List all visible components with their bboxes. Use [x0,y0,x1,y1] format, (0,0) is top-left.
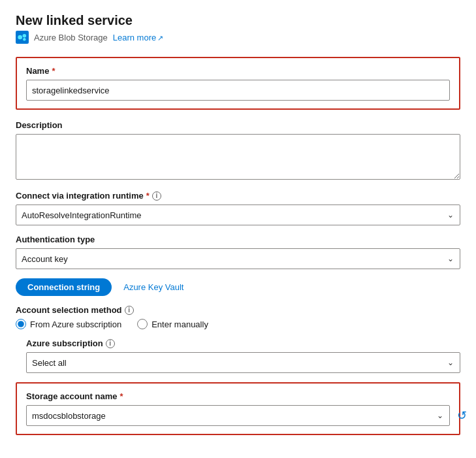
runtime-section: Connect via integration runtime * i Auto… [16,191,460,225]
svg-point-2 [23,34,27,38]
runtime-label: Connect via integration runtime * i [16,191,460,201]
svg-point-1 [18,35,22,40]
service-type-label: Azure Blob Storage [34,33,108,42]
enter-manually-option[interactable]: Enter manually [137,319,208,329]
enter-manually-label: Enter manually [151,319,208,329]
azure-subscription-dropdown-wrapper: Select all ⌄ [26,352,460,373]
storage-account-select[interactable]: msdocsblobstorage [26,405,450,426]
storage-account-dropdown-container: msdocsblobstorage ⌄ ↺ [26,405,450,426]
azure-blob-icon [16,31,29,44]
runtime-dropdown-wrapper: AutoResolveIntegrationRuntime ⌄ [16,204,460,225]
auth-section: Authentication type Account key ⌄ [16,235,460,269]
account-selection-label: Account selection method i [16,305,460,315]
runtime-required-star: * [146,191,150,201]
storage-account-refresh-button[interactable]: ↺ [454,406,469,425]
storage-account-label: Storage account name * [26,391,450,401]
name-input[interactable] [26,80,450,101]
storage-account-dropdown-wrapper: msdocsblobstorage ⌄ [26,405,450,426]
from-subscription-label: From Azure subscription [30,319,121,329]
azure-key-vault-tab[interactable]: Azure Key Vault [112,278,195,296]
storage-account-required-star: * [119,391,123,401]
azure-subscription-section: Azure subscription i Select all ⌄ [16,338,460,373]
page-title: New linked service [16,13,460,28]
connection-string-tab[interactable]: Connection string [16,278,112,296]
account-selection-radio-group: From Azure subscription Enter manually [16,319,460,329]
account-selection-section: Account selection method i From Azure su… [16,305,460,329]
runtime-select[interactable]: AutoResolveIntegrationRuntime [16,204,460,225]
azure-subscription-info-icon[interactable]: i [106,339,115,348]
from-subscription-radio[interactable] [16,319,26,329]
description-section: Description [16,120,460,182]
description-input[interactable] [16,134,460,180]
account-selection-info-icon[interactable]: i [125,306,134,315]
learn-more-link[interactable]: Learn more↗ [113,33,163,42]
external-link-icon: ↗ [157,34,163,42]
name-label: Name * [26,66,450,76]
runtime-info-icon[interactable]: i [152,191,161,201]
svg-point-3 [23,38,25,41]
enter-manually-radio[interactable] [137,319,148,329]
name-section: Name * [16,57,460,110]
connection-tabs: Connection string Azure Key Vault [16,278,460,296]
azure-subscription-select[interactable]: Select all [26,352,460,373]
description-label: Description [16,120,460,130]
from-subscription-option[interactable]: From Azure subscription [16,319,121,329]
auth-select[interactable]: Account key [16,248,460,269]
auth-dropdown-wrapper: Account key ⌄ [16,248,460,269]
name-required-star: * [52,66,55,76]
azure-subscription-label: Azure subscription i [26,338,460,348]
storage-account-section: Storage account name * msdocsblobstorage… [16,382,460,435]
auth-label: Authentication type [16,235,460,244]
